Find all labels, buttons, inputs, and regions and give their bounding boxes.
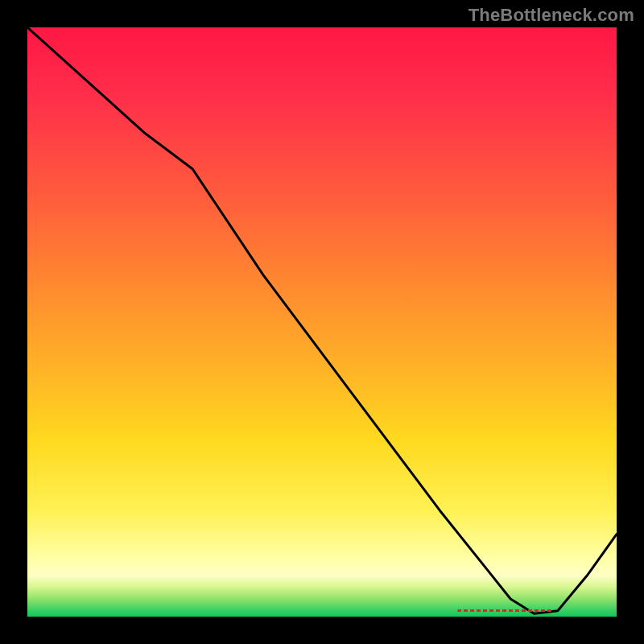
watermark-text: TheBottleneck.com xyxy=(469,5,634,26)
line-curve xyxy=(27,27,617,617)
chart-frame: TheBottleneck.com xyxy=(0,0,644,644)
optimal-marker xyxy=(457,609,551,612)
plot-area xyxy=(27,27,617,617)
